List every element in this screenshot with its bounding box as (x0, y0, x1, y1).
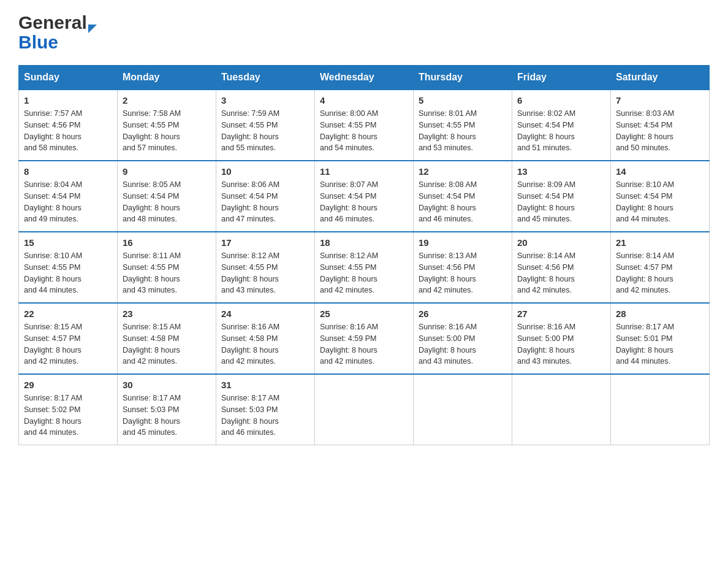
day-info: Sunrise: 8:16 AM Sunset: 4:58 PM Dayligh… (221, 321, 309, 367)
day-info: Sunrise: 8:13 AM Sunset: 4:56 PM Dayligh… (419, 250, 507, 296)
calendar-day-cell: 29 Sunrise: 8:17 AM Sunset: 5:02 PM Dayl… (19, 374, 118, 445)
weekday-header-saturday: Saturday (611, 66, 710, 90)
day-number: 7 (616, 95, 704, 105)
logo-general-text: General (18, 12, 87, 33)
day-info: Sunrise: 8:01 AM Sunset: 4:55 PM Dayligh… (419, 108, 507, 154)
day-number: 4 (320, 95, 408, 105)
day-info: Sunrise: 8:10 AM Sunset: 4:55 PM Dayligh… (24, 250, 112, 296)
day-info: Sunrise: 8:12 AM Sunset: 4:55 PM Dayligh… (320, 250, 408, 296)
weekday-header-tuesday: Tuesday (216, 66, 315, 90)
day-number: 10 (221, 166, 309, 177)
calendar-week-row: 29 Sunrise: 8:17 AM Sunset: 5:02 PM Dayl… (19, 374, 710, 445)
day-number: 29 (24, 380, 112, 390)
day-info: Sunrise: 8:17 AM Sunset: 5:01 PM Dayligh… (616, 321, 704, 367)
calendar-day-cell: 24 Sunrise: 8:16 AM Sunset: 4:58 PM Dayl… (216, 303, 315, 374)
day-info: Sunrise: 8:05 AM Sunset: 4:54 PM Dayligh… (123, 179, 211, 225)
weekday-header-sunday: Sunday (19, 66, 118, 90)
day-info: Sunrise: 8:16 AM Sunset: 5:00 PM Dayligh… (517, 321, 605, 367)
day-info: Sunrise: 8:15 AM Sunset: 4:57 PM Dayligh… (24, 321, 112, 367)
weekday-header-friday: Friday (512, 66, 611, 90)
day-info: Sunrise: 8:04 AM Sunset: 4:54 PM Dayligh… (24, 179, 112, 225)
calendar-day-cell: 28 Sunrise: 8:17 AM Sunset: 5:01 PM Dayl… (611, 303, 710, 374)
calendar-day-cell: 25 Sunrise: 8:16 AM Sunset: 4:59 PM Dayl… (315, 303, 414, 374)
day-info: Sunrise: 7:57 AM Sunset: 4:56 PM Dayligh… (24, 108, 112, 154)
calendar-day-cell: 10 Sunrise: 8:06 AM Sunset: 4:54 PM Dayl… (216, 161, 315, 232)
day-info: Sunrise: 8:10 AM Sunset: 4:54 PM Dayligh… (616, 179, 704, 225)
day-number: 19 (419, 237, 507, 248)
day-number: 13 (517, 166, 605, 177)
calendar-day-cell: 19 Sunrise: 8:13 AM Sunset: 4:56 PM Dayl… (414, 232, 512, 303)
day-info: Sunrise: 8:07 AM Sunset: 4:54 PM Dayligh… (320, 179, 408, 225)
empty-day-cell (512, 374, 611, 445)
day-number: 24 (221, 308, 309, 319)
day-info: Sunrise: 8:02 AM Sunset: 4:54 PM Dayligh… (517, 108, 605, 154)
day-info: Sunrise: 8:09 AM Sunset: 4:54 PM Dayligh… (517, 179, 605, 225)
logo: General Blue (18, 12, 97, 53)
day-number: 27 (517, 308, 605, 319)
day-info: Sunrise: 8:08 AM Sunset: 4:54 PM Dayligh… (419, 179, 507, 225)
day-number: 11 (320, 166, 408, 177)
empty-day-cell (611, 374, 710, 445)
day-number: 1 (24, 95, 112, 105)
day-info: Sunrise: 8:14 AM Sunset: 4:57 PM Dayligh… (616, 250, 704, 296)
logo-blue-text: Blue (18, 32, 58, 52)
day-info: Sunrise: 8:03 AM Sunset: 4:54 PM Dayligh… (616, 108, 704, 154)
empty-day-cell (315, 374, 414, 445)
day-number: 16 (123, 237, 211, 248)
day-number: 14 (616, 166, 704, 177)
calendar-day-cell: 14 Sunrise: 8:10 AM Sunset: 4:54 PM Dayl… (611, 161, 710, 232)
day-number: 17 (221, 237, 309, 248)
weekday-header-wednesday: Wednesday (315, 66, 414, 90)
calendar-day-cell: 4 Sunrise: 8:00 AM Sunset: 4:55 PM Dayli… (315, 90, 414, 161)
weekday-header-thursday: Thursday (414, 66, 512, 90)
calendar-day-cell: 30 Sunrise: 8:17 AM Sunset: 5:03 PM Dayl… (118, 374, 216, 445)
day-number: 28 (616, 308, 704, 319)
calendar-day-cell: 11 Sunrise: 8:07 AM Sunset: 4:54 PM Dayl… (315, 161, 414, 232)
calendar-day-cell: 13 Sunrise: 8:09 AM Sunset: 4:54 PM Dayl… (512, 161, 611, 232)
calendar-table: SundayMondayTuesdayWednesdayThursdayFrid… (18, 65, 710, 445)
weekday-header-row: SundayMondayTuesdayWednesdayThursdayFrid… (19, 66, 710, 90)
day-number: 31 (221, 380, 309, 390)
day-number: 18 (320, 237, 408, 248)
day-info: Sunrise: 8:00 AM Sunset: 4:55 PM Dayligh… (320, 108, 408, 154)
calendar-day-cell: 22 Sunrise: 8:15 AM Sunset: 4:57 PM Dayl… (19, 303, 118, 374)
day-info: Sunrise: 8:06 AM Sunset: 4:54 PM Dayligh… (221, 179, 309, 225)
day-number: 26 (419, 308, 507, 319)
calendar-day-cell: 20 Sunrise: 8:14 AM Sunset: 4:56 PM Dayl… (512, 232, 611, 303)
day-info: Sunrise: 8:16 AM Sunset: 5:00 PM Dayligh… (419, 321, 507, 367)
day-number: 15 (24, 237, 112, 248)
calendar-day-cell: 16 Sunrise: 8:11 AM Sunset: 4:55 PM Dayl… (118, 232, 216, 303)
calendar-day-cell: 2 Sunrise: 7:58 AM Sunset: 4:55 PM Dayli… (118, 90, 216, 161)
day-number: 21 (616, 237, 704, 248)
page-header: General Blue (18, 12, 710, 53)
calendar-day-cell: 3 Sunrise: 7:59 AM Sunset: 4:55 PM Dayli… (216, 90, 315, 161)
day-number: 22 (24, 308, 112, 319)
day-info: Sunrise: 8:17 AM Sunset: 5:03 PM Dayligh… (123, 393, 211, 439)
calendar-day-cell: 7 Sunrise: 8:03 AM Sunset: 4:54 PM Dayli… (611, 90, 710, 161)
day-number: 9 (123, 166, 211, 177)
calendar-day-cell: 12 Sunrise: 8:08 AM Sunset: 4:54 PM Dayl… (414, 161, 512, 232)
calendar-day-cell: 23 Sunrise: 8:15 AM Sunset: 4:58 PM Dayl… (118, 303, 216, 374)
day-info: Sunrise: 8:16 AM Sunset: 4:59 PM Dayligh… (320, 321, 408, 367)
day-info: Sunrise: 8:12 AM Sunset: 4:55 PM Dayligh… (221, 250, 309, 296)
calendar-week-row: 15 Sunrise: 8:10 AM Sunset: 4:55 PM Dayl… (19, 232, 710, 303)
calendar-day-cell: 31 Sunrise: 8:17 AM Sunset: 5:03 PM Dayl… (216, 374, 315, 445)
day-info: Sunrise: 8:14 AM Sunset: 4:56 PM Dayligh… (517, 250, 605, 296)
empty-day-cell (414, 374, 512, 445)
day-number: 12 (419, 166, 507, 177)
day-number: 30 (123, 380, 211, 390)
day-number: 6 (517, 95, 605, 105)
calendar-week-row: 8 Sunrise: 8:04 AM Sunset: 4:54 PM Dayli… (19, 161, 710, 232)
day-info: Sunrise: 8:15 AM Sunset: 4:58 PM Dayligh… (123, 321, 211, 367)
day-number: 3 (221, 95, 309, 105)
day-number: 23 (123, 308, 211, 319)
day-info: Sunrise: 8:17 AM Sunset: 5:02 PM Dayligh… (24, 393, 112, 439)
calendar-day-cell: 18 Sunrise: 8:12 AM Sunset: 4:55 PM Dayl… (315, 232, 414, 303)
day-info: Sunrise: 8:17 AM Sunset: 5:03 PM Dayligh… (221, 393, 309, 439)
calendar-day-cell: 26 Sunrise: 8:16 AM Sunset: 5:00 PM Dayl… (414, 303, 512, 374)
calendar-day-cell: 15 Sunrise: 8:10 AM Sunset: 4:55 PM Dayl… (19, 232, 118, 303)
day-info: Sunrise: 7:59 AM Sunset: 4:55 PM Dayligh… (221, 108, 309, 154)
weekday-header-monday: Monday (118, 66, 216, 90)
day-number: 5 (419, 95, 507, 105)
day-number: 20 (517, 237, 605, 248)
